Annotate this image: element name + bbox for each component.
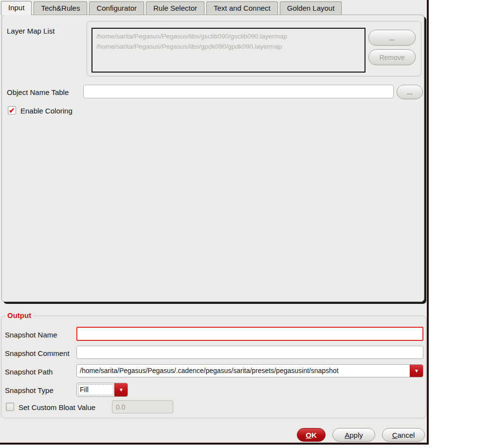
tab-golden-layout[interactable]: Golden Layout	[280, 1, 342, 15]
screen: Input Tech&Rules Configurator Rule Selec…	[0, 0, 493, 448]
enable-coloring-label: Enable Coloring	[20, 107, 73, 115]
tab-input[interactable]: Input	[1, 1, 32, 15]
snapshot-type-label: Snapshot Type	[5, 386, 54, 394]
snapshot-type-dropdown-button[interactable]: ▼	[114, 383, 128, 396]
chevron-down-icon: ▼	[414, 369, 419, 373]
output-group-title: Output	[5, 311, 33, 319]
snapshot-name-input[interactable]	[76, 327, 423, 341]
tab-rule-selector[interactable]: Rule Selector	[146, 1, 204, 15]
chevron-down-icon: ▼	[119, 388, 124, 392]
custom-bloat-checkbox[interactable]	[6, 403, 14, 411]
input-tab-panel: Layer Map List /home/sarita/Pegasus/Pega…	[1, 15, 424, 302]
snapshot-name-label: Snapshot Name	[5, 331, 57, 339]
tab-configurator[interactable]: Configurator	[89, 1, 144, 15]
ok-button[interactable]: OK	[297, 428, 326, 442]
tab-tech-rules[interactable]: Tech&Rules	[34, 1, 87, 15]
snapshot-path-combobox[interactable]: /home/sarita/Pegasus/Pegasus/.cadence/pe…	[76, 364, 423, 377]
cancel-button[interactable]: Cancel	[382, 428, 425, 442]
apply-button[interactable]: Apply	[332, 428, 375, 442]
tab-text-and-connect[interactable]: Text and Connect	[206, 1, 278, 15]
apply-button-label: Apply	[345, 431, 363, 439]
snapshot-type-value: Fill	[77, 383, 114, 396]
snapshot-path-dropdown-button[interactable]: ▼	[410, 365, 423, 377]
layer-map-remove-button[interactable]: Remove	[368, 49, 416, 65]
snapshot-comment-input[interactable]	[76, 346, 423, 359]
ok-button-label: OK	[306, 431, 317, 439]
custom-bloat-label: Set Custom Bloat Value	[18, 403, 95, 411]
cancel-button-label: Cancel	[392, 431, 415, 439]
pegasus-preset-dialog: Input Tech&Rules Configurator Rule Selec…	[0, 0, 429, 445]
layer-map-item[interactable]: /home/sarita/Pegasus/Pegasus/libs/gpdk09…	[96, 41, 361, 52]
tab-bar: Input Tech&Rules Configurator Rule Selec…	[1, 1, 344, 15]
layer-map-listbox[interactable]: /home/sarita/Pegasus/Pegasus/libs/gsclib…	[91, 28, 365, 73]
custom-bloat-input[interactable]	[112, 400, 173, 413]
object-name-table-label: Object Name Table	[7, 88, 69, 96]
object-name-table-input[interactable]	[83, 85, 394, 98]
snapshot-type-combobox[interactable]: Fill ▼	[76, 383, 128, 397]
snapshot-path-label: Snapshot Path	[5, 368, 53, 376]
snapshot-path-value: /home/sarita/Pegasus/Pegasus/.cadence/pe…	[77, 365, 410, 377]
enable-coloring-checkbox[interactable]: ✔	[8, 106, 16, 114]
layer-map-list-label: Layer Map List	[7, 27, 55, 35]
object-name-table-browse-button[interactable]: ...	[397, 85, 423, 99]
layer-map-browse-button[interactable]: ...	[368, 30, 416, 46]
snapshot-comment-label: Snapshot Comment	[5, 349, 70, 357]
check-icon: ✔	[9, 107, 15, 114]
layer-map-item[interactable]: /home/sarita/Pegasus/Pegasus/libs/gsclib…	[96, 31, 361, 41]
